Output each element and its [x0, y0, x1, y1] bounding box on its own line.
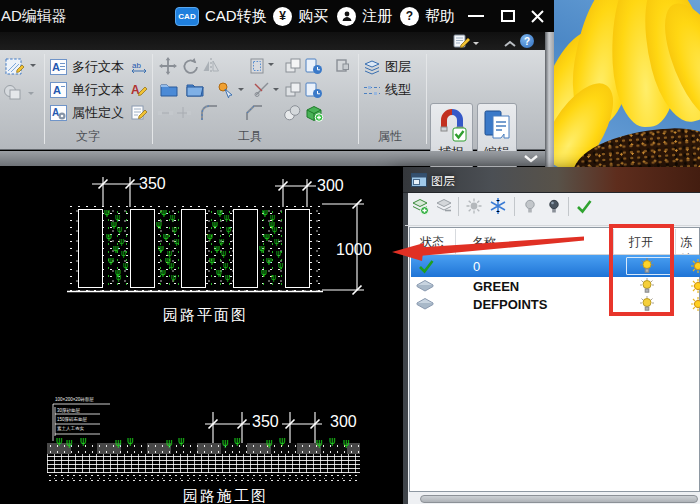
magnet-icon — [437, 108, 467, 142]
current-layer-check-icon — [417, 257, 435, 275]
close-button[interactable] — [524, 0, 550, 32]
column-status[interactable]: 状态 — [420, 234, 444, 251]
dtext-button[interactable]: A 单行文本 — [50, 81, 124, 99]
attribute-icon: A — [50, 105, 67, 121]
app-window: AD编辑器 CAD CAD转换 ¥ 购买 注册 ? 帮助 — [0, 0, 700, 504]
layers-dialog-title: 图层 — [431, 173, 455, 190]
layer-on-button[interactable] — [521, 197, 539, 215]
layer-slab-icon — [415, 296, 435, 310]
mtext-button[interactable]: A 多行文本 — [50, 58, 124, 76]
annotate-button[interactable] — [131, 105, 148, 120]
panel-arrange-button[interactable] — [334, 58, 350, 74]
layer-thawed-sun-icon[interactable] — [689, 257, 700, 275]
fillet-button[interactable] — [200, 104, 219, 122]
mtext-label: 多行文本 — [72, 58, 124, 76]
maximize-button[interactable] — [495, 0, 521, 32]
copy-nested-button[interactable] — [284, 81, 302, 99]
attr-def-label: 属性定义 — [72, 104, 124, 122]
layer-name[interactable]: DEFPOINTS — [473, 297, 547, 312]
dropdown-caret-icon — [473, 42, 479, 48]
layers-toolbar — [405, 193, 700, 226]
rotate-button[interactable] — [181, 57, 199, 75]
menu-cad-convert-label: CAD转换 — [205, 7, 267, 26]
copy-button[interactable] — [284, 57, 302, 75]
svg-text:ab: ab — [132, 61, 141, 70]
horizontal-scrollbar[interactable] — [420, 495, 698, 503]
grip-dropdown-caret[interactable] — [238, 88, 244, 94]
section-caption: 园路施工图 — [183, 487, 268, 504]
mtext-icon: A — [50, 59, 67, 75]
cad-badge-icon: CAD — [175, 7, 199, 26]
note-pencil-icon — [453, 34, 471, 48]
viewport-button[interactable] — [248, 57, 266, 75]
blend-tool-button[interactable] — [2, 82, 24, 108]
close-icon — [530, 9, 545, 24]
menu-help-label: 帮助 — [425, 7, 455, 26]
time-save-button[interactable] — [304, 57, 323, 75]
section-dim-300: 300 — [330, 413, 357, 431]
quick-help-button[interactable]: ? — [520, 34, 534, 48]
thaw-layer-button[interactable] — [465, 197, 483, 215]
menu-cad-convert[interactable]: CAD CAD转换 — [175, 0, 267, 32]
text-spacing-button[interactable]: ab — [131, 59, 148, 74]
layer-name[interactable]: GREEN — [473, 279, 519, 294]
menu-help[interactable]: ? 帮助 — [400, 0, 455, 32]
dtext-label: 单行文本 — [72, 81, 124, 99]
layer-off-button[interactable] — [545, 197, 563, 215]
trim-button[interactable] — [253, 81, 271, 99]
column-name[interactable]: 名称 — [472, 234, 496, 251]
text-group-label: 文字 — [76, 128, 100, 145]
chamfer-button[interactable] — [245, 104, 264, 122]
window-title: AD编辑器 — [1, 7, 67, 26]
blend-dropdown-caret[interactable] — [28, 92, 34, 98]
callout-line: 30厚砂垫层 — [57, 409, 80, 414]
freeze-layer-button[interactable] — [489, 197, 507, 215]
new-view-button[interactable] — [159, 81, 179, 98]
layer-manager-button[interactable]: 图层 — [364, 58, 411, 76]
hatch-tool-button[interactable] — [4, 56, 26, 82]
quick-access-bar: ? — [0, 32, 545, 50]
layer-thawed-sun-icon[interactable] — [689, 277, 700, 295]
title-bar: AD编辑器 CAD CAD转换 ¥ 购买 注册 ? 帮助 — [0, 0, 554, 32]
svg-text:A: A — [52, 61, 60, 73]
time-restore-button[interactable] — [304, 81, 323, 99]
desktop-wallpaper-sunflower — [554, 0, 700, 168]
minimize-button[interactable] — [463, 0, 489, 32]
plan-dim-300: 300 — [317, 177, 344, 195]
region-button[interactable] — [283, 104, 302, 122]
chevron-down-icon[interactable] — [523, 154, 539, 164]
plan-caption: 园路平面图 — [163, 306, 248, 325]
hatch-dropdown-caret[interactable] — [30, 64, 36, 70]
delete-layer-button[interactable] — [435, 197, 453, 215]
highlight-rectangle — [609, 224, 674, 316]
dim-style1-button[interactable] — [157, 105, 174, 120]
blend-icon — [2, 82, 24, 104]
add-layer-button[interactable] — [411, 197, 429, 215]
grip-edit-button[interactable] — [217, 81, 235, 99]
block-create-button[interactable] — [304, 103, 324, 123]
set-current-layer-button[interactable] — [575, 197, 593, 215]
window-right-border — [545, 30, 554, 167]
mirror-button[interactable] — [202, 57, 220, 75]
maximize-icon — [501, 10, 515, 22]
linetype-button[interactable]: 线型 — [364, 81, 411, 99]
menu-buy-label: 购买 — [298, 7, 328, 26]
layer-name[interactable]: 0 — [473, 259, 480, 274]
question-icon: ? — [400, 7, 419, 26]
plan-dim-350: 350 — [139, 175, 166, 193]
svg-text:A: A — [52, 107, 59, 118]
move-button[interactable] — [159, 57, 177, 75]
layer-thawed-sun-icon[interactable] — [689, 295, 700, 313]
edit-text-button[interactable]: A — [131, 82, 148, 97]
attr-def-button[interactable]: A 属性定义 — [50, 104, 124, 122]
layers-dialog-footer — [408, 492, 700, 504]
open-view-button[interactable] — [185, 81, 205, 98]
dim-style2-button[interactable] — [175, 105, 192, 120]
menu-buy[interactable]: ¥ 购买 — [273, 0, 328, 32]
trim-dropdown-caret[interactable] — [273, 88, 279, 94]
menu-register[interactable]: 注册 — [337, 0, 392, 32]
svg-text:A: A — [53, 84, 61, 96]
tools-group-label: 工具 — [238, 128, 262, 145]
layers-dialog-titlebar[interactable]: 图层 — [403, 167, 700, 193]
viewport-dropdown-caret[interactable] — [268, 63, 274, 69]
